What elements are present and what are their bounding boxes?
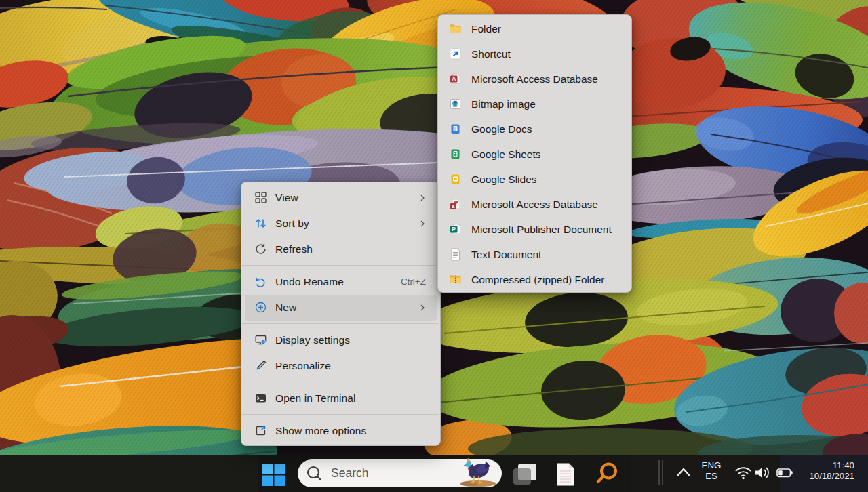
svg-text:Search: Search — [331, 466, 368, 480]
svg-text:A: A — [452, 75, 456, 82]
svg-text:a: a — [452, 204, 455, 209]
svg-text:P: P — [452, 226, 456, 232]
